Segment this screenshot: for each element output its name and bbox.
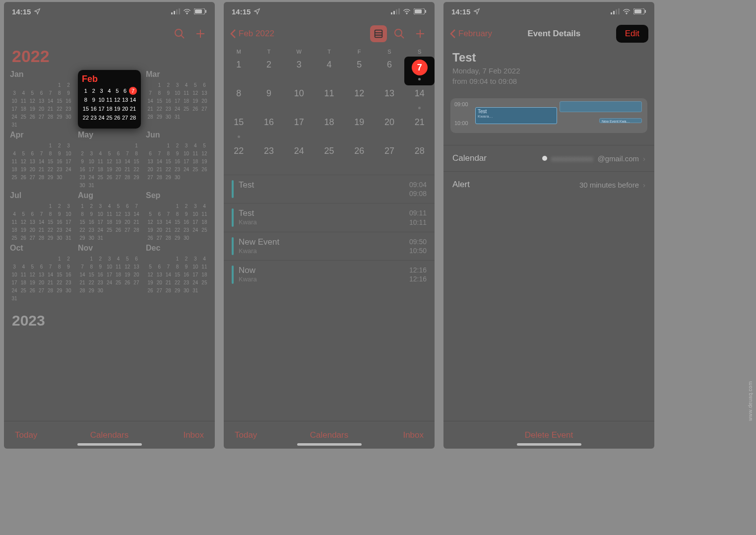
edit-button[interactable]: Edit bbox=[616, 25, 648, 43]
day-cell[interactable]: 2 bbox=[254, 57, 284, 85]
battery-icon bbox=[414, 8, 427, 14]
search-icon bbox=[174, 28, 186, 40]
day-cell[interactable]: 16 bbox=[254, 114, 284, 143]
battery-icon bbox=[633, 8, 646, 14]
watermark: www.deuaq.com bbox=[748, 381, 753, 421]
add-button[interactable] bbox=[192, 25, 209, 42]
day-cell[interactable]: 14 bbox=[404, 85, 435, 114]
day-cell[interactable]: 5 bbox=[344, 57, 375, 85]
mini-month-jul[interactable]: Jul1234567891011121314151617181920212223… bbox=[10, 191, 73, 242]
calendar-row[interactable]: Calendar xxxxxxxxxx @gmail.com › bbox=[443, 145, 654, 171]
day-cell[interactable]: 19 bbox=[344, 114, 375, 143]
status-time: 14:15 bbox=[451, 7, 470, 16]
svg-rect-1 bbox=[174, 11, 175, 14]
next-year-title: 2023 bbox=[4, 302, 215, 333]
day-cell[interactable]: 3 bbox=[284, 57, 314, 85]
nav-bar: February Event Details Edit bbox=[443, 21, 654, 47]
day-cell[interactable]: 27 bbox=[375, 143, 405, 172]
day-cell[interactable]: 17 bbox=[284, 114, 314, 143]
home-indicator[interactable] bbox=[77, 443, 142, 446]
location-icon bbox=[253, 8, 260, 15]
mini-month-nov[interactable]: Nov1234567891011121314151617181920212223… bbox=[78, 244, 141, 302]
day-cell[interactable]: 22 bbox=[224, 143, 254, 172]
day-cell[interactable]: 1 bbox=[224, 57, 254, 85]
screen-event-details: 14:15 February Event Details Edit Test M… bbox=[443, 2, 654, 449]
svg-rect-30 bbox=[618, 8, 620, 14]
day-cell[interactable]: 28 bbox=[404, 143, 435, 172]
mini-month-feb[interactable]: Feb1234567891011121314151617181920212223… bbox=[78, 70, 141, 129]
add-button[interactable] bbox=[412, 25, 429, 42]
home-indicator[interactable] bbox=[517, 443, 581, 446]
search-button[interactable] bbox=[171, 25, 188, 42]
svg-rect-33 bbox=[634, 9, 641, 13]
mini-month-jan[interactable]: Jan1234567891011121314151617181920212223… bbox=[10, 70, 73, 129]
svg-rect-12 bbox=[391, 12, 392, 14]
day-cell[interactable]: 21 bbox=[404, 114, 435, 143]
month-grid[interactable]: 1234567891011121314151617181920212223242… bbox=[224, 57, 435, 172]
location-icon bbox=[473, 8, 480, 15]
screen-month-view: 14:15 Feb 2022 MTWTFSS 12345678910111213… bbox=[224, 2, 435, 449]
mini-month-oct[interactable]: Oct1234567891011121314151617181920212223… bbox=[10, 244, 73, 302]
event-row[interactable]: New EventKwara09:5010:50 bbox=[224, 232, 435, 260]
day-cell[interactable]: 25 bbox=[314, 143, 344, 172]
mini-month-apr[interactable]: Apr1234567891011121314151617181920212223… bbox=[10, 131, 73, 189]
svg-point-31 bbox=[626, 13, 627, 14]
mini-month-dec[interactable]: Dec1234567891011121314151617181920212223… bbox=[146, 244, 209, 302]
day-cell[interactable]: 26 bbox=[344, 143, 375, 172]
day-cell[interactable]: 24 bbox=[284, 143, 314, 172]
day-cell[interactable]: 10 bbox=[284, 85, 314, 114]
day-cell[interactable]: 11 bbox=[314, 85, 344, 114]
alert-row[interactable]: Alert 30 minutes before › bbox=[443, 171, 654, 198]
signal-icon bbox=[391, 8, 400, 14]
chevron-right-icon: › bbox=[643, 181, 645, 189]
mini-month-aug[interactable]: Aug1234567891011121314151617181920212223… bbox=[78, 191, 141, 242]
svg-rect-3 bbox=[179, 8, 180, 14]
day-cell[interactable]: 4 bbox=[314, 57, 344, 85]
day-cell[interactable]: 6 bbox=[375, 57, 405, 85]
timeline-preview[interactable]: 09:0010:00TestKwara…New Event Kwa… bbox=[450, 98, 647, 133]
home-indicator[interactable] bbox=[297, 443, 362, 446]
day-cell[interactable]: 15 bbox=[224, 114, 254, 143]
event-date: Monday, 7 Feb 2022 bbox=[443, 66, 654, 76]
svg-rect-14 bbox=[396, 9, 397, 14]
mini-month-may[interactable]: May1234567891011121314151617181920212223… bbox=[78, 131, 141, 189]
back-label: Feb 2022 bbox=[239, 29, 274, 39]
event-title: Test bbox=[443, 47, 654, 66]
day-cell[interactable]: 13 bbox=[375, 85, 405, 114]
signal-icon bbox=[171, 8, 180, 14]
calendars-button[interactable]: Calendars bbox=[4, 430, 215, 440]
battery-icon bbox=[194, 8, 207, 14]
svg-rect-0 bbox=[171, 12, 173, 14]
search-button[interactable] bbox=[391, 25, 408, 42]
back-label: February bbox=[458, 29, 492, 39]
alert-value: 30 minutes before bbox=[579, 181, 639, 189]
status-bar: 14:15 bbox=[4, 2, 215, 21]
event-row[interactable]: NowKwara12:1612:16 bbox=[224, 260, 435, 288]
day-cell[interactable]: 8 bbox=[224, 85, 254, 114]
day-cell[interactable]: 23 bbox=[254, 143, 284, 172]
mini-month-jun[interactable]: Jun1234567891011121314151617181920212223… bbox=[146, 131, 209, 189]
day-cell[interactable]: 9 bbox=[254, 85, 284, 114]
chevron-right-icon: › bbox=[643, 154, 645, 163]
day-cell[interactable]: 20 bbox=[375, 114, 405, 143]
nav-title: Event Details bbox=[496, 29, 612, 39]
screen-year-view: 14:15 2022 Jan12345678910111213141516171… bbox=[4, 2, 215, 449]
calendars-button[interactable]: Calendars bbox=[224, 430, 435, 440]
status-time: 14:15 bbox=[232, 7, 251, 16]
svg-rect-7 bbox=[205, 10, 206, 13]
back-button[interactable]: February bbox=[449, 29, 492, 39]
list-toggle-button[interactable] bbox=[370, 25, 387, 42]
day-cell[interactable]: 12 bbox=[344, 85, 375, 114]
year-month-grid[interactable]: Jan1234567891011121314151617181920212223… bbox=[4, 70, 215, 302]
event-row[interactable]: Test09:0409:08 bbox=[224, 175, 435, 203]
back-button[interactable]: Feb 2022 bbox=[230, 29, 274, 39]
svg-rect-19 bbox=[425, 10, 426, 13]
wifi-icon bbox=[623, 8, 630, 14]
calendar-account-suffix: @gmail.com bbox=[597, 154, 639, 163]
mini-month-sep[interactable]: Sep1234567891011121314151617181920212223… bbox=[146, 191, 209, 242]
svg-rect-6 bbox=[195, 9, 202, 13]
day-cell[interactable]: 7 bbox=[404, 57, 435, 85]
mini-month-mar[interactable]: Mar1234567891011121314151617181920212223… bbox=[146, 70, 209, 129]
event-row[interactable]: TestKwara09:1110:11 bbox=[224, 203, 435, 231]
day-cell[interactable]: 18 bbox=[314, 114, 344, 143]
